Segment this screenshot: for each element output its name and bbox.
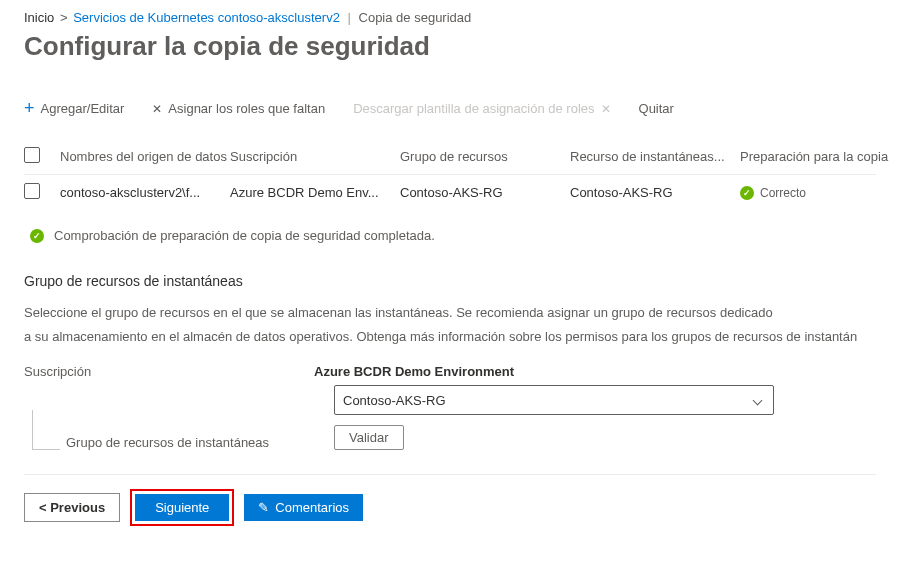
breadcrumb-service[interactable]: Servicios de Kubernetes bbox=[73, 10, 214, 25]
footer: < Previous Siguiente ✎ Comentarios bbox=[24, 474, 876, 526]
tree-connector-icon bbox=[32, 410, 60, 450]
select-all-checkbox[interactable] bbox=[24, 147, 40, 163]
cell-resource-group: Contoso-AKS-RG bbox=[400, 185, 570, 200]
previous-button[interactable]: < Previous bbox=[24, 493, 120, 522]
divider-icon: | bbox=[348, 10, 351, 25]
status-label: Correcto bbox=[760, 186, 806, 200]
subscription-label: Suscripción bbox=[24, 364, 314, 379]
col-name[interactable]: Nombres del origen de datos bbox=[60, 149, 230, 164]
remove-button[interactable]: Quitar bbox=[639, 101, 674, 116]
section-title: Grupo de recursos de instantáneas bbox=[24, 273, 876, 289]
breadcrumb: Inicio > Servicios de Kubernetes contoso… bbox=[24, 10, 876, 25]
success-icon: ✓ bbox=[30, 229, 44, 243]
remove-label: Quitar bbox=[639, 101, 674, 116]
col-backup-readiness[interactable]: Preparación para la copia bbox=[740, 149, 900, 164]
rg-dropdown-value: Contoso-AKS-RG bbox=[343, 393, 446, 408]
download-template-label: Descargar plantilla de asignación de rol… bbox=[353, 101, 594, 116]
x-icon: ✕ bbox=[601, 102, 611, 116]
assign-roles-label: Asignar los roles que faltan bbox=[168, 101, 325, 116]
col-resource-group[interactable]: Grupo de recursos bbox=[400, 149, 570, 164]
validate-button[interactable]: Validar bbox=[334, 425, 404, 450]
rg-label: Grupo de recursos de instantáneas bbox=[66, 435, 269, 450]
subscription-value: Azure BCDR Demo Environment bbox=[314, 364, 514, 379]
feedback-icon: ✎ bbox=[258, 500, 269, 515]
cell-status: ✓ Correcto bbox=[740, 186, 900, 200]
col-subscription[interactable]: Suscripción bbox=[230, 149, 400, 164]
breadcrumb-page: Copia de seguridad bbox=[359, 10, 472, 25]
plus-icon: + bbox=[24, 98, 35, 119]
add-edit-button[interactable]: + Agregar/Editar bbox=[24, 98, 124, 119]
readiness-banner: ✓ Comprobación de preparación de copia d… bbox=[30, 228, 876, 243]
chevron-down-icon bbox=[753, 395, 763, 405]
cell-subscription: Azure BCDR Demo Env... bbox=[230, 185, 400, 200]
cell-name: contoso-aksclusterv2\f... bbox=[60, 185, 230, 200]
section-text-link[interactable]: a su almacenamiento en el almacén de dat… bbox=[24, 327, 876, 347]
banner-text: Comprobación de preparación de copia de … bbox=[54, 228, 435, 243]
download-template-button[interactable]: Descargar plantilla de asignación de rol… bbox=[353, 101, 610, 116]
highlight-box: Siguiente bbox=[130, 489, 234, 526]
table-row[interactable]: contoso-aksclusterv2\f... Azure BCDR Dem… bbox=[24, 175, 876, 210]
rg-row: Grupo de recursos de instantáneas Contos… bbox=[24, 385, 876, 450]
section-text-1: Seleccione el grupo de recursos en el qu… bbox=[24, 303, 876, 323]
subscription-row: Suscripción Azure BCDR Demo Environment bbox=[24, 364, 876, 379]
next-button[interactable]: Siguiente bbox=[135, 494, 229, 521]
snapshot-rg-section: Grupo de recursos de instantáneas Selecc… bbox=[24, 273, 876, 450]
x-icon: ✕ bbox=[152, 102, 162, 116]
breadcrumb-cluster[interactable]: contoso-aksclusterv2 bbox=[218, 10, 340, 25]
toolbar: + Agregar/Editar ✕ Asignar los roles que… bbox=[24, 98, 876, 119]
cell-snapshot-resource: Contoso-AKS-RG bbox=[570, 185, 740, 200]
chevron-right-icon: > bbox=[60, 10, 68, 25]
feedback-button[interactable]: ✎ Comentarios bbox=[244, 494, 363, 521]
assign-roles-button[interactable]: ✕ Asignar los roles que faltan bbox=[152, 101, 325, 116]
col-snapshot-resource[interactable]: Recurso de instantáneas... bbox=[570, 149, 740, 164]
row-checkbox[interactable] bbox=[24, 183, 40, 199]
rg-dropdown[interactable]: Contoso-AKS-RG bbox=[334, 385, 774, 415]
add-edit-label: Agregar/Editar bbox=[41, 101, 125, 116]
datasource-table: Nombres del origen de datos Suscripción … bbox=[24, 139, 876, 210]
table-header: Nombres del origen de datos Suscripción … bbox=[24, 139, 876, 175]
breadcrumb-home[interactable]: Inicio bbox=[24, 10, 54, 25]
feedback-label: Comentarios bbox=[275, 500, 349, 515]
success-icon: ✓ bbox=[740, 186, 754, 200]
page-title: Configurar la copia de seguridad bbox=[24, 31, 876, 62]
